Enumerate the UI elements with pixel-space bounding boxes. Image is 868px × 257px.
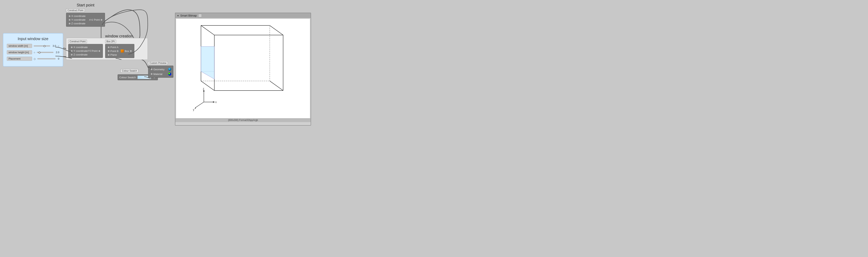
bitmap-small-circle: ● [177,14,179,17]
box-plane-port [108,54,110,56]
start-point-group: Start point Construct Point X coordinate… [66,3,105,27]
svg-text:y: y [193,108,194,111]
wc-z-label: Z coordinate [73,53,88,56]
start-x-port [69,15,70,17]
window-width-handle[interactable] [43,45,45,47]
material-icon [168,72,172,76]
window-height-track[interactable] [37,52,53,53]
cp-material-row: Material [150,72,172,76]
window-height-row: window height [m] ○ 2.0 [7,50,59,54]
wc-point-out-port [98,50,100,52]
box-pointb-label: Point B [111,50,119,53]
start-y-row: Y coordinate XYZ Point [68,18,103,22]
box-icon [121,50,124,53]
wc-x-row: X coordinate [70,46,101,49]
window-width-circle-icon: ○ [58,45,59,48]
placement-label: Placement [7,57,32,61]
box-pointa-port [108,46,110,48]
colour-swatch-header: Colour Swatch [121,69,138,73]
cp-material-icon-wrap [168,72,172,76]
wc-z-row: Z coordinate [70,53,101,56]
box-pointb-row: Point B Box [107,49,132,53]
box-pointa-row: Point A [107,46,132,49]
start-x-label: X coordinate [71,15,86,18]
svg-point-0 [168,68,171,71]
cp-geometry-label: Geometry [153,68,164,71]
wc-x-label: X coordinate [73,46,88,49]
box-output: Box [121,50,132,53]
xyz-icon: XYZ [89,19,93,21]
start-point-node: X coordinate Y coordinate XYZ Point Z co… [66,13,105,27]
start-x-row: X coordinate [68,14,103,18]
colour-swatch-label: Colour Swatch [119,76,136,79]
bitmap-footer: (600x300) Format32bppArgb [175,118,311,122]
svg-rect-2 [176,20,310,117]
start-point-header: Construct Point [66,8,85,12]
window-width-track[interactable] [34,46,50,47]
start-y-port [69,19,70,21]
placement-row: Placement ◇ 0 [7,57,59,61]
bitmap-title: Smart Bitmap [180,14,197,17]
wc-construct-point: Construct Point X coordinate Y coordinat… [68,40,103,58]
sphere-icon [168,67,172,71]
wc-xyz-icon: XYZ [88,50,91,52]
smart-bitmap-window: ● Smart Bitmap [175,13,311,125]
svg-point-1 [168,73,171,76]
custom-preview-header: Custom Preview [148,61,168,65]
placement-diamond-icon: ◇ [34,57,36,60]
point-label: Point [94,18,100,21]
box2pt-node-wrap: Box 2Pt Point A Point B Box [105,40,134,58]
placement-value: 0 [58,57,59,60]
start-z-label: Z coordinate [71,22,85,25]
window-creation-group: window creation Construct Point X coordi… [66,38,148,60]
wc-y-port [71,50,73,52]
box-out-port [130,50,132,52]
svg-text:x: x [215,101,217,104]
input-panel-title: Input window size [7,37,59,41]
window-width-value: 3.0 [53,45,56,47]
cp-geometry-row: Geometry [150,67,172,72]
placement-track[interactable] [37,58,56,59]
window-height-label: window height [m] [7,50,32,54]
wc-point-output: XYZ Point [88,50,101,52]
bitmap-viewport: z y x [176,19,310,118]
bitmap-button[interactable] [198,14,202,17]
box-pointb-port [108,50,110,52]
wc-point-label: Point [92,50,98,52]
point-out-port [100,19,102,21]
svg-text:z: z [203,87,204,90]
bitmap-titlebar: ● Smart Bitmap [175,13,311,18]
input-window-size-panel: Input window size window width [m] 3.0 ○… [3,33,63,66]
window-width-label: window width [m] [7,44,32,48]
start-z-port [69,23,70,25]
wc-construct-point-header: Construct Point [68,40,87,43]
window-width-row: window width [m] 3.0 ○ [7,44,59,48]
cp-material-port [151,73,153,75]
cp-geometry-port [151,68,153,70]
box2pt-header: Box 2Pt [105,40,116,43]
cp-geometry-icon-wrap [168,67,172,71]
box2pt-node: Point A Point B Box Plane [105,44,134,58]
start-point-output: XYZ Point [89,18,103,21]
3d-scene-svg: z y x [176,19,310,118]
window-height-circle-icon: ○ [34,51,35,54]
box-plane-label: Plane [111,53,117,56]
window-height-handle[interactable] [38,52,40,54]
wc-y-row: Y coordinate XYZ Point [70,49,101,53]
custom-preview-wrap: Custom Preview Geometry Ma [148,61,174,78]
wc-z-port [71,54,73,56]
wc-construct-point-node: X coordinate Y coordinate XYZ Point Z co… [68,44,103,58]
wc-y-label: Y coordinate [73,50,88,52]
custom-preview-node: Geometry Material [148,66,174,78]
start-point-title: Start point [66,3,105,7]
box-pointa-label: Point A [111,46,118,49]
box-label: Box [125,50,129,53]
window-height-value: 2.0 [56,51,59,54]
start-z-row: Z coordinate [68,22,103,25]
wc-x-port [71,46,73,48]
window-creation-title: window creation [105,34,133,38]
start-y-label: Y coordinate [71,18,86,21]
box-plane-row: Plane [107,53,132,57]
cp-material-label: Material [153,73,162,76]
